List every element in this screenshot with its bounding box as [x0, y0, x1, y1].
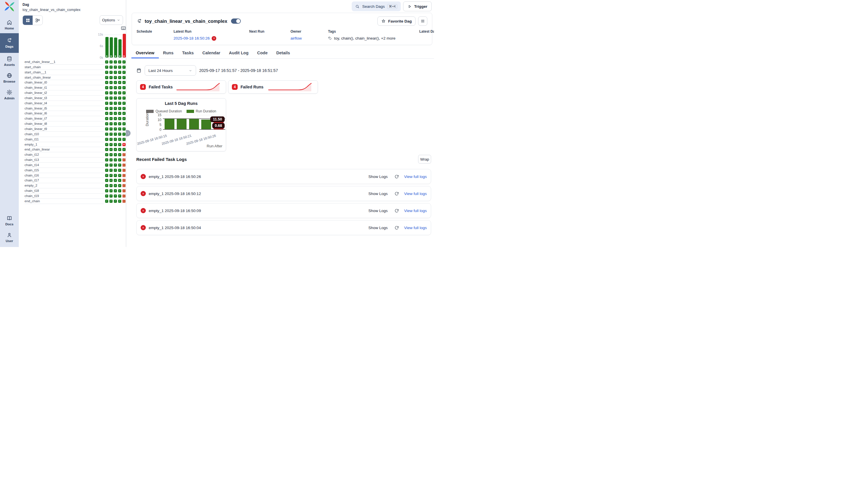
- task-instance-success[interactable]: ✓: [114, 76, 117, 79]
- task-instance-success[interactable]: ✓: [105, 117, 108, 120]
- task-instance-success[interactable]: ✓: [118, 189, 121, 192]
- task-instance-failed[interactable]: ×: [122, 143, 125, 146]
- wrap-button[interactable]: Wrap: [418, 155, 431, 164]
- dag-run-bar[interactable]: ▶: [118, 39, 122, 57]
- task-name[interactable]: chain_linear_t2: [24, 91, 104, 96]
- search-dags-button[interactable]: Search Dags ⌘+K: [352, 1, 401, 11]
- task-instance-success[interactable]: ✓: [122, 96, 125, 100]
- task-instance-success[interactable]: ✓: [114, 65, 117, 69]
- task-instance-success[interactable]: ✓: [114, 143, 117, 146]
- task-name[interactable]: chain_t16: [24, 173, 104, 178]
- task-instance-success[interactable]: ✓: [105, 179, 108, 182]
- task-name[interactable]: chain_t14: [24, 163, 104, 168]
- task-instance-success[interactable]: ✓: [105, 81, 108, 84]
- sidebar-item-assets[interactable]: Assets: [0, 53, 19, 70]
- task-name[interactable]: chain_linear_t4: [24, 101, 104, 106]
- task-name[interactable]: chain_linear_t3: [24, 96, 104, 101]
- refresh-icon[interactable]: [394, 174, 399, 179]
- task-instance-success[interactable]: ✓: [118, 60, 121, 63]
- task-instance-success[interactable]: ✓: [105, 133, 108, 136]
- task-instance-success[interactable]: ✓: [118, 174, 121, 177]
- task-instance-success[interactable]: ✓: [110, 81, 113, 84]
- task-instance-success[interactable]: ✓: [105, 96, 108, 100]
- dag-run-duration-bar[interactable]: [189, 119, 199, 130]
- dag-run-bar[interactable]: ▶: [105, 37, 108, 57]
- time-range-select[interactable]: Last 24 Hours: [145, 65, 196, 76]
- latest-run-link[interactable]: 2025-09-18 16:50:26: [174, 36, 210, 40]
- task-instance-success[interactable]: ✓: [110, 127, 113, 131]
- task-instance-success[interactable]: ✓: [110, 158, 113, 162]
- task-instance-success[interactable]: ✓: [114, 112, 117, 115]
- task-instance-success[interactable]: ✓: [118, 133, 121, 136]
- task-instance-success[interactable]: ✓: [122, 112, 125, 115]
- task-instance-success[interactable]: ✓: [122, 102, 125, 105]
- task-name[interactable]: chain_linear_t7: [24, 116, 104, 121]
- task-instance-success[interactable]: ✓: [122, 107, 125, 110]
- task-instance-success[interactable]: ✓: [122, 127, 125, 131]
- task-instance-success[interactable]: ✓: [110, 169, 113, 172]
- task-instance-success[interactable]: ✓: [105, 102, 108, 105]
- task-name[interactable]: chain_t10: [24, 132, 104, 137]
- task-instance-success[interactable]: ✓: [122, 65, 125, 69]
- task-name[interactable]: chain_linear_t9: [24, 127, 104, 132]
- task-instance-success[interactable]: ✓: [110, 133, 113, 136]
- task-instance-success[interactable]: ✓: [118, 179, 121, 182]
- task-instance-success[interactable]: ✓: [110, 153, 113, 156]
- task-name[interactable]: chain_linear_t6: [24, 111, 104, 116]
- task-instance-success[interactable]: ✓: [118, 122, 121, 126]
- task-instance-success[interactable]: ✓: [114, 102, 117, 105]
- task-instance-success[interactable]: ✓: [114, 158, 117, 162]
- task-instance-success[interactable]: ✓: [110, 138, 113, 141]
- task-instance-success[interactable]: ✓: [114, 107, 117, 110]
- task-name[interactable]: end_chain_linear__1: [24, 59, 104, 65]
- task-instance-success[interactable]: ✓: [118, 184, 121, 187]
- task-instance-success[interactable]: ✓: [118, 76, 121, 79]
- task-name[interactable]: chain_t18: [24, 188, 104, 193]
- task-instance-success[interactable]: ✓: [118, 81, 121, 84]
- task-name[interactable]: chain_t15: [24, 168, 104, 173]
- dag-run-bar[interactable]: ▶: [123, 34, 126, 57]
- task-instance-success[interactable]: ✓: [114, 60, 117, 63]
- failed-tasks-card[interactable]: 4 Failed Tasks: [136, 80, 226, 94]
- task-instance-success[interactable]: ✓: [114, 148, 117, 151]
- task-name[interactable]: start_chain__1: [24, 70, 104, 75]
- task-instance-upstream_failed[interactable]: ↑: [122, 194, 125, 197]
- task-instance-success[interactable]: ✓: [114, 86, 117, 89]
- task-instance-success[interactable]: ✓: [110, 189, 113, 192]
- task-instance-success[interactable]: ✓: [114, 138, 117, 141]
- task-instance-success[interactable]: ✓: [118, 169, 121, 172]
- refresh-icon[interactable]: [394, 226, 399, 230]
- tab-calendar[interactable]: Calendar: [198, 49, 225, 58]
- tab-runs[interactable]: Runs: [159, 49, 178, 58]
- task-instance-upstream_failed[interactable]: ↑: [122, 164, 125, 167]
- task-instance-success[interactable]: ✓: [118, 153, 121, 156]
- task-instance-success[interactable]: ✓: [110, 86, 113, 89]
- task-instance-success[interactable]: ✓: [110, 117, 113, 120]
- task-instance-success[interactable]: ✓: [105, 127, 108, 131]
- task-instance-success[interactable]: ✓: [118, 86, 121, 89]
- task-instance-success[interactable]: ✓: [105, 169, 108, 172]
- task-instance-success[interactable]: ✓: [118, 91, 121, 94]
- task-instance-success[interactable]: ✓: [118, 200, 121, 203]
- task-instance-success[interactable]: ✓: [118, 96, 121, 100]
- task-instance-success[interactable]: ✓: [105, 138, 108, 141]
- sidebar-item-home[interactable]: Home: [0, 17, 19, 33]
- sidebar-item-dags[interactable]: Dags: [0, 33, 19, 53]
- task-instance-success[interactable]: ✓: [105, 164, 108, 167]
- task-name[interactable]: end_chain_linear: [24, 147, 104, 152]
- task-instance-success[interactable]: ✓: [110, 184, 113, 187]
- task-instance-success[interactable]: ✓: [118, 138, 121, 141]
- view-full-logs-link[interactable]: View full logs: [404, 209, 427, 213]
- task-instance-success[interactable]: ✓: [110, 112, 113, 115]
- task-name[interactable]: empty_1: [24, 142, 104, 147]
- task-instance-success[interactable]: ✓: [110, 164, 113, 167]
- task-instance-success[interactable]: ✓: [105, 143, 108, 146]
- sidebar-item-user[interactable]: User: [0, 229, 19, 246]
- task-instance-success[interactable]: ✓: [110, 76, 113, 79]
- panel-divider[interactable]: [126, 0, 132, 247]
- task-instance-success[interactable]: ✓: [110, 107, 113, 110]
- tab-details[interactable]: Details: [272, 49, 295, 58]
- dag-run-duration-bar[interactable]: [164, 118, 174, 130]
- task-instance-success[interactable]: ✓: [114, 174, 117, 177]
- task-instance-success[interactable]: ✓: [114, 184, 117, 187]
